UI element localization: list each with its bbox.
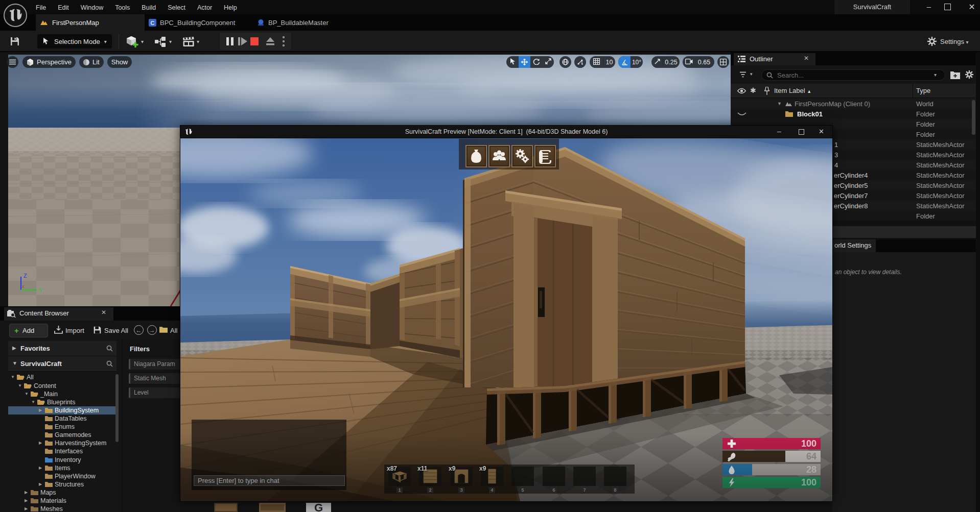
svg-text:x: x <box>22 284 25 289</box>
svg-text:C: C <box>151 20 155 26</box>
svg-text:Y: Y <box>39 287 43 294</box>
svg-text:Z: Z <box>24 273 27 279</box>
